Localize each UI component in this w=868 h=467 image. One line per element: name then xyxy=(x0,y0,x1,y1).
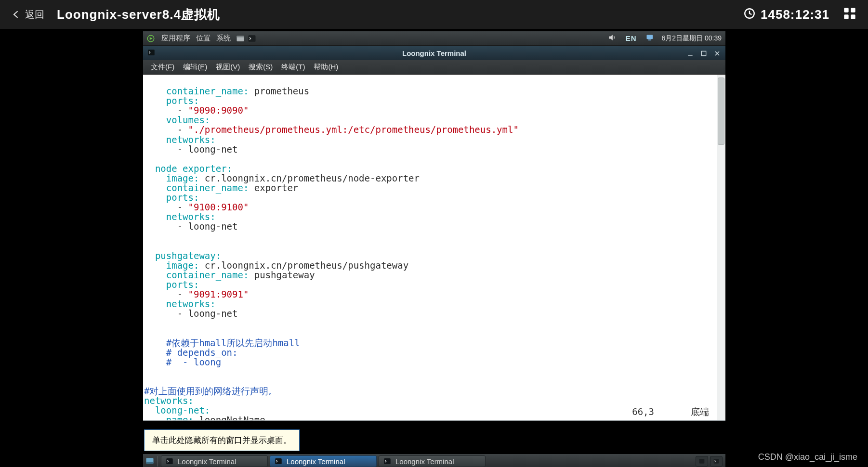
svg-rect-12 xyxy=(701,51,706,55)
svg-rect-4 xyxy=(851,14,855,19)
vm-screen: 应用程序 位置 系统 EN 6月2日星期日 00:39 Loongnix Ter… xyxy=(143,31,725,467)
show-desktop-tooltip: 单击此处隐藏所有的窗口并显示桌面。 xyxy=(144,429,300,451)
svg-rect-7 xyxy=(237,36,244,37)
back-arrow-icon xyxy=(12,10,21,19)
term-menu-view[interactable]: 视图(V) xyxy=(212,63,244,72)
svg-rect-19 xyxy=(714,459,719,463)
terminal-scrollbar[interactable] xyxy=(717,75,725,420)
svg-rect-11 xyxy=(148,50,155,55)
clock-icon xyxy=(743,7,756,22)
terminal-body[interactable]: container_name: prometheus ports: - "909… xyxy=(143,75,725,421)
task-label: Loongnix Terminal xyxy=(178,457,236,466)
vim-status: 66,3 底端 xyxy=(632,407,709,416)
term-menu-help[interactable]: 帮助(H) xyxy=(310,63,342,72)
menu-system[interactable]: 系统 xyxy=(213,34,234,43)
vim-cursor-pos: 66,3 xyxy=(632,407,654,416)
window-close-button[interactable] xyxy=(712,49,723,58)
vim-mode: 底端 xyxy=(691,407,709,416)
launcher-icon[interactable] xyxy=(146,34,156,43)
terminal-title-text: Loongnix Terminal xyxy=(143,49,725,57)
svg-rect-1 xyxy=(844,8,848,12)
svg-rect-3 xyxy=(844,14,848,19)
panel-app-icon[interactable] xyxy=(236,34,245,43)
tray-icon-1[interactable] xyxy=(696,456,708,467)
terminal-window: Loongnix Terminal 文件(F) 编辑(E) 视图(V) 搜索(S… xyxy=(143,46,725,421)
task-terminal-3[interactable]: Loongnix Terminal xyxy=(379,455,486,467)
back-label: 返回 xyxy=(25,8,44,21)
task-label: Loongnix Terminal xyxy=(395,457,454,466)
desktop-taskbar: Loongnix Terminal Loongnix Terminal Loon… xyxy=(143,454,725,467)
term-menu-search[interactable]: 搜索(S) xyxy=(245,63,276,72)
ime-indicator[interactable]: EN xyxy=(620,34,643,42)
svg-rect-8 xyxy=(249,35,256,41)
host-title: Loongnix-server8.4虚拟机 xyxy=(57,6,220,23)
menu-places[interactable]: 位置 xyxy=(193,34,213,43)
host-clock: 1458:12:31 xyxy=(743,7,829,22)
svg-rect-17 xyxy=(384,458,391,464)
svg-rect-16 xyxy=(275,458,282,464)
svg-rect-2 xyxy=(851,8,855,12)
show-desktop-button[interactable] xyxy=(145,456,155,467)
volume-icon[interactable] xyxy=(605,33,620,44)
terminal-menu-bar: 文件(F) 编辑(E) 视图(V) 搜索(S) 终端(T) 帮助(H) xyxy=(143,60,725,75)
term-menu-edit[interactable]: 编辑(E) xyxy=(179,63,211,72)
term-menu-terminal[interactable]: 终端(T) xyxy=(277,63,309,72)
term-menu-file[interactable]: 文件(F) xyxy=(147,63,178,72)
svg-rect-15 xyxy=(166,458,173,464)
network-icon[interactable] xyxy=(643,33,658,44)
panel-terminal-icon[interactable] xyxy=(247,34,257,43)
window-maximize-button[interactable] xyxy=(698,49,709,58)
terminal-titlebar[interactable]: Loongnix Terminal xyxy=(143,46,725,60)
window-minimize-button[interactable] xyxy=(685,49,696,58)
back-button[interactable]: 返回 xyxy=(12,8,44,21)
terminal-titlebar-icon xyxy=(147,48,156,58)
desktop-top-panel: 应用程序 位置 系统 EN 6月2日星期日 00:39 xyxy=(143,31,725,46)
apps-grid-icon[interactable] xyxy=(843,7,856,22)
svg-rect-18 xyxy=(699,459,705,463)
panel-datetime[interactable]: 6月2日星期日 00:39 xyxy=(658,34,726,43)
task-label: Loongnix Terminal xyxy=(287,457,345,466)
watermark-text: CSDN @xiao_cai_ji_isme xyxy=(758,452,857,462)
task-terminal-2[interactable]: Loongnix Terminal xyxy=(270,455,377,467)
host-topbar: 返回 Loongnix-server8.4虚拟机 1458:12:31 xyxy=(0,0,868,29)
tray-icon-2[interactable] xyxy=(710,456,723,467)
svg-rect-14 xyxy=(146,462,154,463)
svg-rect-10 xyxy=(648,39,651,40)
scrollbar-thumb[interactable] xyxy=(718,78,724,145)
menu-applications[interactable]: 应用程序 xyxy=(158,34,193,43)
clock-text: 1458:12:31 xyxy=(761,7,829,22)
svg-rect-9 xyxy=(646,35,653,39)
task-terminal-1[interactable]: Loongnix Terminal xyxy=(161,455,268,467)
